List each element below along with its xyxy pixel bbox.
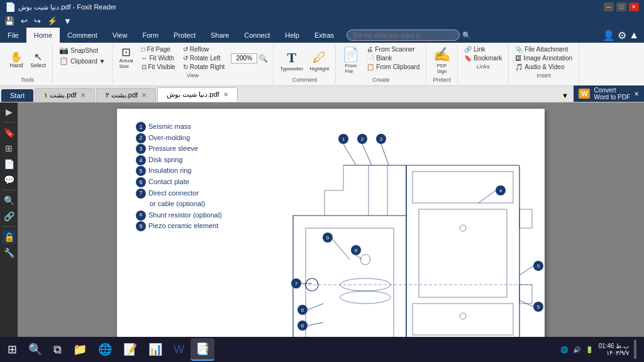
from-file-button[interactable]: 📄 FromFile — [340, 45, 362, 75]
annotation-panel-button[interactable]: 💬 — [2, 173, 16, 187]
legend-item-5: 5 Insulation ring — [136, 165, 222, 177]
tab-doc1[interactable]: بشت ۱.pdf ✕ — [35, 88, 94, 102]
select-tool-button[interactable]: ↖ Select — [28, 51, 48, 70]
from-scanner-button[interactable]: 🖨 From Scanner — [364, 45, 422, 53]
legend-text-7: Direct connector — [148, 188, 199, 199]
minimize-ribbon-icon[interactable]: ▲ — [629, 30, 639, 41]
convert-label: ConvertWord to PDF — [594, 87, 630, 101]
hand-tool-button[interactable]: ✋ Hand — [6, 51, 26, 70]
reflow-col: ↺ Reflow ↺ Rotate Left ↻ Rotate Right — [180, 45, 228, 71]
svg-rect-3 — [419, 209, 507, 297]
fit-width-button[interactable]: ↔ Fit Width — [139, 54, 178, 62]
actual-size-button[interactable]: ⊡ ActualSize — [116, 45, 136, 71]
tab-doc3-close[interactable]: ✕ — [223, 91, 228, 98]
bookmark-button[interactable]: 🔖 Bookmark — [462, 54, 504, 62]
search-panel-button[interactable]: 🔍 — [2, 194, 16, 207]
ribbon-group-links: 🔗 Link 🔖 Bookmark Links — [458, 44, 509, 84]
settings-icon[interactable]: ⚙ — [618, 30, 626, 41]
reflow-button[interactable]: ↺ Reflow — [180, 45, 228, 53]
pdf-page: 1 Seismic mass 2 Over-molding 3 Pressure… — [117, 109, 545, 355]
tab-start[interactable]: Start — [1, 89, 33, 102]
fit-width-icon: ↔ — [142, 55, 148, 62]
snapshot-icon: 📷 — [59, 46, 69, 55]
convert-close-icon[interactable]: ✕ — [634, 90, 639, 97]
pdf-sign-button[interactable]: ✍ PDFSign — [431, 45, 453, 75]
link-button[interactable]: 🔗 Link — [462, 45, 504, 53]
tab-help[interactable]: Help — [277, 28, 307, 43]
zoom-search-icon[interactable]: 🔍 — [258, 54, 268, 63]
rotate-left-button[interactable]: ↺ Rotate Left — [180, 54, 228, 62]
tab-doc2-close[interactable]: ✕ — [142, 92, 147, 99]
tab-doc3[interactable]: دنيا شيت بوش.pdf ✕ — [157, 87, 237, 102]
ribbon-search-input[interactable] — [347, 30, 460, 41]
notepad-button[interactable]: 📝 — [118, 338, 142, 361]
tab-connect[interactable]: Connect — [236, 28, 277, 43]
tab-doc2[interactable]: بشت ۲.pdf ✕ — [96, 88, 156, 102]
link-icon: 🔗 — [464, 46, 472, 53]
start-button[interactable]: ⊞ — [3, 338, 22, 361]
bookmark-panel-button[interactable]: 🔖 — [2, 126, 16, 140]
links-group-label: Links — [477, 63, 490, 70]
nav-expand-button[interactable]: ▶ — [2, 105, 16, 119]
legend-item-6: 6 Contact plate — [136, 177, 222, 188]
snapshot-button[interactable]: 📷 SnapShot — [57, 45, 108, 55]
system-clock[interactable]: 01:46 ب.ظ ۱۴۰۳/۹/۷ — [598, 343, 629, 356]
qat-redo[interactable]: ↪ — [32, 16, 43, 26]
thumbnail-panel-button[interactable]: ⊞ — [2, 141, 16, 155]
convert-panel[interactable]: W ConvertWord to PDF ✕ — [574, 85, 644, 102]
layers-panel-button[interactable]: 📄 — [2, 157, 16, 171]
qat-dropdown[interactable]: ▼ — [62, 16, 74, 26]
fit-visible-button[interactable]: ⊡ Fit Visible — [139, 63, 178, 71]
ribbon-search-icon[interactable]: 🔍 — [462, 31, 471, 40]
explorer-button[interactable]: 📁 — [68, 338, 92, 361]
legend-num-1: 1 — [136, 122, 146, 132]
word-button[interactable]: W — [169, 338, 189, 361]
typewriter-button[interactable]: T Typewriter — [277, 48, 306, 73]
svg-text:6: 6 — [301, 307, 304, 313]
image-annotation-button[interactable]: 🖼 Image Annotation — [513, 54, 575, 62]
tab-share[interactable]: Share — [203, 28, 236, 43]
qat-save[interactable]: 💾 — [3, 16, 16, 26]
search-taskbar-button[interactable]: 🔍 — [23, 338, 47, 361]
legend-text-9: Piezo ceramic element — [148, 221, 218, 232]
hand-icon: ✋ — [10, 52, 23, 62]
lock-icon: 🔒 — [2, 230, 16, 244]
excel-button[interactable]: 📊 — [143, 338, 167, 361]
rotate-right-button[interactable]: ↻ Rotate Right — [180, 63, 228, 71]
audio-video-button[interactable]: 🎵 Audio & Video — [513, 63, 575, 71]
rotate-right-icon: ↻ — [183, 63, 188, 70]
tab-doc1-close[interactable]: ✕ — [80, 92, 86, 99]
tab-view[interactable]: View — [105, 28, 135, 43]
zoom-input[interactable] — [231, 53, 257, 63]
minimize-button[interactable]: ─ — [604, 3, 614, 11]
fit-page-button[interactable]: □ Fit Page — [139, 45, 178, 53]
tab-form[interactable]: Form — [135, 28, 166, 43]
file-attachment-button[interactable]: 📎 File Attachment — [513, 45, 575, 53]
svg-text:4: 4 — [499, 188, 502, 194]
from-clipboard-button[interactable]: 📋 From Clipboard — [364, 63, 422, 71]
highlight-button[interactable]: 🖊 Highlight — [307, 48, 331, 73]
close-button[interactable]: ✕ — [629, 3, 639, 11]
tab-protect[interactable]: Protect — [166, 28, 203, 43]
fit-col: □ Fit Page ↔ Fit Width ⊡ Fit Visible — [139, 45, 178, 71]
blank-button[interactable]: 📄 Blank — [364, 54, 422, 62]
tab-home[interactable]: Home — [26, 28, 60, 43]
maximize-button[interactable]: □ — [616, 3, 626, 11]
link-panel-button[interactable]: 🔗 — [2, 209, 16, 223]
clipboard-button[interactable]: 📋 Clipboard ▼ — [57, 56, 108, 66]
taskview-icon: ⧉ — [53, 343, 62, 356]
foxit-button[interactable]: 📑 — [191, 338, 214, 361]
tools-panel-button[interactable]: 🔧 — [2, 246, 16, 260]
qat-undo[interactable]: ↩ — [19, 16, 30, 26]
tab-file[interactable]: File — [0, 28, 26, 43]
tab-comment[interactable]: Comment — [60, 28, 105, 43]
tab-dropdown-icon[interactable]: ▼ — [559, 89, 571, 102]
qat-quick[interactable]: ⚡ — [45, 16, 59, 26]
show-desktop-button[interactable] — [634, 340, 636, 359]
tab-extras[interactable]: Extras — [307, 28, 341, 43]
svg-text:5: 5 — [537, 304, 540, 310]
pdf-viewer[interactable]: 1 Seismic mass 2 Over-molding 3 Pressure… — [18, 102, 644, 355]
browser-button[interactable]: 🌐 — [93, 338, 117, 361]
search-taskbar-icon: 🔍 — [28, 343, 42, 356]
taskview-button[interactable]: ⧉ — [48, 338, 67, 361]
